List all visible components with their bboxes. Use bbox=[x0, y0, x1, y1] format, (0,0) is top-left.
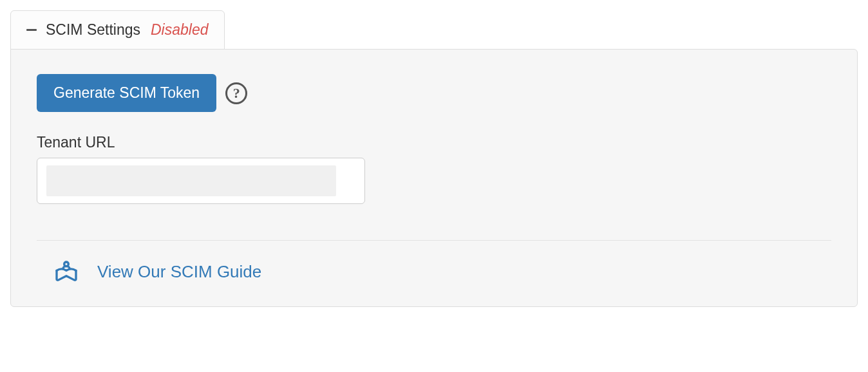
generate-scim-token-button[interactable]: Generate SCIM Token bbox=[37, 74, 216, 112]
view-scim-guide-link[interactable]: View Our SCIM Guide bbox=[37, 259, 261, 284]
book-user-icon bbox=[53, 259, 79, 284]
help-icon[interactable]: ? bbox=[225, 82, 247, 104]
tenant-url-input[interactable] bbox=[37, 158, 365, 204]
tenant-url-label: Tenant URL bbox=[37, 134, 831, 151]
guide-link-label: View Our SCIM Guide bbox=[97, 262, 261, 282]
scim-settings-panel: Generate SCIM Token ? Tenant URL View Ou… bbox=[10, 49, 858, 307]
tab-title: SCIM Settings bbox=[46, 21, 140, 39]
scim-settings-tab[interactable]: SCIM Settings Disabled bbox=[10, 10, 225, 50]
divider bbox=[37, 240, 831, 241]
tenant-url-masked-value bbox=[46, 165, 336, 196]
collapse-icon bbox=[26, 29, 37, 31]
status-badge: Disabled bbox=[151, 21, 209, 39]
